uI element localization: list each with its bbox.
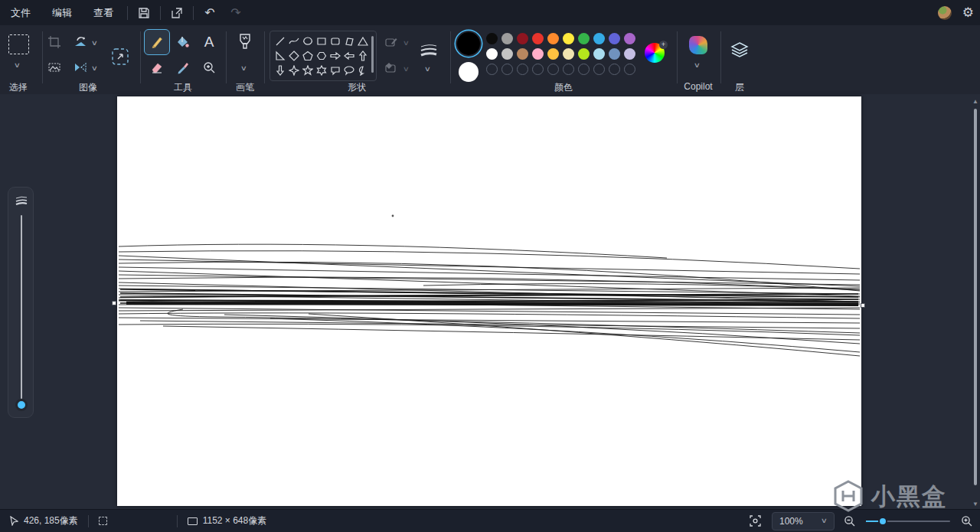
- fit-to-screen-button[interactable]: [745, 510, 766, 532]
- shape-pentagon-button[interactable]: [301, 48, 315, 63]
- menu-file[interactable]: 文件: [0, 0, 41, 25]
- palette-color-#e8342c[interactable]: [532, 33, 544, 44]
- palette-color-#ffffff[interactable]: [486, 48, 498, 60]
- crop-button[interactable]: [47, 35, 61, 49]
- color-picker-tool-button[interactable]: [170, 54, 196, 80]
- zoom-level-dropdown[interactable]: 100% ∨: [772, 512, 835, 530]
- drawing-canvas[interactable]: [117, 96, 861, 506]
- shape-arrow-left-button[interactable]: [342, 48, 356, 63]
- shape-diamond-button[interactable]: [287, 48, 301, 63]
- zoom-in-button[interactable]: [958, 510, 980, 532]
- shape-star-5-button[interactable]: [301, 63, 315, 77]
- palette-color-#efe4b0[interactable]: [563, 48, 574, 60]
- eraser-tool-button[interactable]: [144, 54, 170, 80]
- zoom-slider-track[interactable]: [866, 521, 950, 522]
- shape-fill-button[interactable]: [384, 61, 398, 75]
- select-tool-button[interactable]: [8, 34, 29, 54]
- palette-empty-slot-2[interactable]: [517, 64, 528, 75]
- size-slider-thumb[interactable]: [15, 399, 28, 411]
- rotate-dropdown-chevron-icon[interactable]: ∨: [91, 40, 98, 47]
- palette-empty-slot-9[interactable]: [624, 64, 635, 75]
- background-removal-button[interactable]: [47, 60, 61, 74]
- palette-color-#c5bfe4[interactable]: [624, 48, 635, 60]
- save-button[interactable]: [131, 0, 157, 25]
- shape-outline-chevron-icon[interactable]: ∨: [403, 40, 410, 47]
- palette-empty-slot-1[interactable]: [501, 64, 513, 75]
- scroll-down-icon[interactable]: ▼: [972, 501, 978, 508]
- palette-empty-slot-3[interactable]: [532, 64, 544, 75]
- palette-color-#ffc241[interactable]: [547, 48, 559, 60]
- palette-color-#a8dcef[interactable]: [593, 48, 605, 60]
- brushes-dropdown-chevron-icon[interactable]: ∨: [240, 65, 247, 72]
- palette-color-#b9875f[interactable]: [517, 48, 528, 60]
- shape-star-6-button[interactable]: [315, 63, 328, 77]
- pencil-tool-button[interactable]: [144, 29, 170, 55]
- copilot-chevron-icon[interactable]: ∨: [694, 62, 701, 69]
- line-handle-left[interactable]: [112, 301, 116, 305]
- palette-empty-slot-8[interactable]: [609, 64, 620, 75]
- palette-empty-slot-6[interactable]: [578, 64, 590, 75]
- palette-color-#6164d8[interactable]: [609, 33, 620, 44]
- scrollbar-thumb[interactable]: [974, 109, 977, 485]
- magnifier-tool-button[interactable]: [196, 54, 222, 80]
- redo-button[interactable]: ↷: [223, 0, 249, 25]
- shape-fill-chevron-icon[interactable]: ∨: [403, 66, 410, 73]
- line-handle-right[interactable]: [861, 303, 865, 308]
- palette-color-#8f1520[interactable]: [517, 33, 528, 44]
- shape-rounded-rectangle-button[interactable]: [328, 34, 342, 48]
- shape-heart-button[interactable]: [287, 77, 301, 81]
- shape-rectangle-button[interactable]: [315, 34, 328, 48]
- foreground-color-swatch[interactable]: [457, 32, 480, 55]
- shape-right-triangle-button[interactable]: [273, 48, 287, 63]
- palette-color-#b5e61d[interactable]: [578, 48, 590, 60]
- shape-bubble-round-button[interactable]: [356, 63, 370, 77]
- size-slider-track[interactable]: [21, 215, 22, 399]
- shape-arrow-right-button[interactable]: [328, 48, 342, 63]
- palette-empty-slot-5[interactable]: [563, 64, 574, 75]
- shape-line-button[interactable]: [273, 34, 287, 48]
- palette-color-#a865c9[interactable]: [624, 33, 635, 44]
- vertical-scrollbar[interactable]: ▲ ▼: [971, 96, 980, 509]
- undo-button[interactable]: ↶: [197, 0, 223, 25]
- shape-curve-button[interactable]: [287, 34, 301, 48]
- flip-button[interactable]: [74, 60, 87, 74]
- shape-cloud-button[interactable]: [273, 77, 287, 81]
- background-color-swatch[interactable]: [459, 62, 479, 82]
- text-tool-button[interactable]: A: [196, 29, 222, 55]
- shape-arrow-up-button[interactable]: [356, 48, 370, 63]
- thickness-chevron-icon[interactable]: ∨: [424, 66, 431, 73]
- fill-tool-button[interactable]: [170, 29, 196, 55]
- layers-button[interactable]: [730, 41, 749, 62]
- shape-bubble-oval-button[interactable]: [342, 63, 356, 77]
- palette-color-#ffaec9[interactable]: [532, 48, 544, 60]
- scroll-up-icon[interactable]: ▲: [972, 98, 978, 105]
- share-button[interactable]: [164, 0, 190, 25]
- shape-bubble-rect-button[interactable]: [328, 63, 342, 77]
- brushes-button[interactable]: [237, 33, 253, 59]
- flip-dropdown-chevron-icon[interactable]: ∨: [91, 65, 98, 72]
- palette-color-#0c0c0c[interactable]: [486, 33, 498, 44]
- select-dropdown-chevron-icon[interactable]: ∨: [14, 62, 21, 69]
- palette-color-#ff8b2d[interactable]: [547, 33, 559, 44]
- menu-view[interactable]: 查看: [83, 0, 124, 25]
- settings-gear-icon[interactable]: ⚙: [962, 6, 974, 19]
- rotate-button[interactable]: [74, 35, 87, 49]
- palette-color-#35aae5[interactable]: [593, 33, 605, 44]
- palette-color-#35b44a[interactable]: [578, 33, 590, 44]
- palette-empty-slot-0[interactable]: [486, 64, 498, 75]
- palette-color-#9d9d9d[interactable]: [501, 33, 513, 44]
- shape-hexagon-button[interactable]: [315, 48, 328, 63]
- shape-polygon-button[interactable]: [342, 34, 356, 48]
- palette-color-#7092be[interactable]: [609, 48, 620, 60]
- shapes-scrollbar[interactable]: [371, 36, 374, 73]
- shape-triangle-button[interactable]: [356, 34, 370, 48]
- shape-arrow-down-button[interactable]: [273, 63, 287, 77]
- resize-button[interactable]: [110, 47, 130, 70]
- zoom-slider-thumb[interactable]: [878, 517, 887, 526]
- palette-color-#c3c3c3[interactable]: [501, 48, 513, 60]
- palette-empty-slot-7[interactable]: [593, 64, 605, 75]
- avatar[interactable]: [938, 6, 952, 20]
- thickness-button[interactable]: [420, 42, 438, 60]
- menu-edit[interactable]: 编辑: [41, 0, 83, 25]
- shape-oval-button[interactable]: [301, 34, 315, 48]
